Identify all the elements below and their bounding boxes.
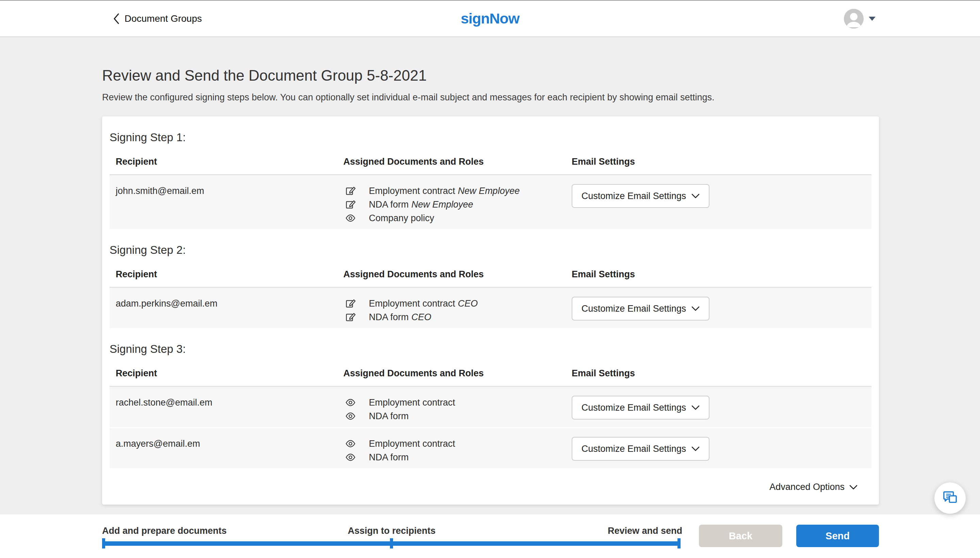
chevron-down-icon xyxy=(691,446,699,451)
recipient-email: adam.perkins@email.em xyxy=(116,299,217,309)
progress-step-review-and-send: Review and send xyxy=(608,526,682,536)
signing-step-section: Signing Step 3: Recipient Assigned Docum… xyxy=(110,328,872,468)
document-name: NDA form xyxy=(369,452,409,463)
document-item: Company policy xyxy=(343,211,572,225)
chat-bubbles-icon xyxy=(942,490,958,506)
customize-email-settings-button[interactable]: Customize Email Settings xyxy=(572,396,709,420)
table-header-row: Recipient Assigned Documents and Roles E… xyxy=(110,268,872,288)
page-title: Review and Send the Document Group 5-8-2… xyxy=(102,67,427,84)
page-body: Review and Send the Document Group 5-8-2… xyxy=(0,37,980,514)
document-role: New Employee xyxy=(458,186,520,196)
document-item: NDA form xyxy=(343,409,572,423)
chevron-down-icon xyxy=(849,485,857,490)
customize-email-settings-button[interactable]: Customize Email Settings xyxy=(572,437,709,461)
assigned-documents-list: Employment contractCEONDA formCEO xyxy=(343,297,572,324)
footer-bar: Add and prepare documents Assign to reci… xyxy=(0,514,980,558)
table-rows: john.smith@email.em Employment contractN… xyxy=(110,175,872,229)
document-name: Employment contract xyxy=(369,186,455,196)
signing-step-title: Signing Step 3: xyxy=(110,341,872,356)
back-link-label: Document Groups xyxy=(125,13,202,24)
column-header-recipient: Recipient xyxy=(110,368,343,379)
chevron-down-icon xyxy=(691,194,699,199)
column-header-email-settings: Email Settings xyxy=(572,156,872,167)
support-chat-button[interactable] xyxy=(934,483,966,514)
progress-tick-middle xyxy=(390,538,393,548)
table-header-row: Recipient Assigned Documents and Roles E… xyxy=(110,368,872,387)
top-bar: Document Groups signNow xyxy=(0,0,980,37)
chevron-down-icon xyxy=(691,405,699,410)
document-name: NDA form xyxy=(369,312,409,323)
advanced-options-toggle[interactable]: Advanced Options xyxy=(110,482,872,492)
signing-step-section: Signing Step 1: Recipient Assigned Docum… xyxy=(110,117,872,229)
eye-icon xyxy=(345,438,356,449)
back-to-document-groups-link[interactable]: Document Groups xyxy=(113,1,202,36)
document-name: NDA form xyxy=(369,411,409,422)
customize-email-settings-button[interactable]: Customize Email Settings xyxy=(572,297,709,320)
user-avatar-icon[interactable] xyxy=(844,9,863,29)
document-name: Employment contract xyxy=(369,438,455,449)
eye-icon xyxy=(345,452,356,463)
customize-email-settings-button[interactable]: Customize Email Settings xyxy=(572,184,709,208)
progress-tick-end xyxy=(678,538,681,548)
caret-down-icon[interactable] xyxy=(868,16,876,21)
advanced-options-label: Advanced Options xyxy=(769,482,845,492)
document-item: Employment contractCEO xyxy=(343,297,572,310)
chevron-left-icon xyxy=(113,13,120,25)
column-header-documents: Assigned Documents and Roles xyxy=(343,268,572,280)
edit-icon xyxy=(345,199,356,210)
assigned-documents-list: Employment contractNDA form xyxy=(343,437,572,464)
column-header-recipient: Recipient xyxy=(110,156,343,167)
column-header-documents: Assigned Documents and Roles xyxy=(343,368,572,379)
document-item: Employment contract xyxy=(343,396,572,409)
signing-steps-card: Signing Step 1: Recipient Assigned Docum… xyxy=(102,117,879,505)
document-role: CEO xyxy=(411,312,432,323)
progress-step-assign-to-recipients: Assign to recipients xyxy=(348,526,435,536)
document-role: New Employee xyxy=(411,199,473,210)
table-row: a.mayers@email.em Employment contractNDA… xyxy=(110,427,872,468)
table-row: adam.perkins@email.em Employment contrac… xyxy=(110,288,872,328)
document-name: Company policy xyxy=(369,213,434,223)
document-item: NDA form xyxy=(343,450,572,464)
send-button[interactable]: Send xyxy=(796,525,879,547)
chevron-down-icon xyxy=(691,306,699,311)
assigned-documents-list: Employment contractNew EmployeeNDA formN… xyxy=(343,184,572,225)
recipient-email: john.smith@email.em xyxy=(116,186,204,196)
signing-step-title: Signing Step 1: xyxy=(110,130,872,145)
document-name: Employment contract xyxy=(369,397,455,408)
eye-icon xyxy=(345,411,356,422)
document-name: Employment contract xyxy=(369,299,455,309)
document-name: NDA form xyxy=(369,199,409,210)
customize-email-settings-label: Customize Email Settings xyxy=(581,304,686,314)
document-item: Employment contract xyxy=(343,437,572,450)
column-header-recipient: Recipient xyxy=(110,268,343,280)
table-rows: rachel.stone@email.em Employment contrac… xyxy=(110,387,872,468)
edit-icon xyxy=(345,312,356,323)
signing-step-section: Signing Step 2: Recipient Assigned Docum… xyxy=(110,229,872,328)
eye-icon xyxy=(345,213,356,223)
document-item: Employment contractNew Employee xyxy=(343,184,572,198)
document-item: NDA formNew Employee xyxy=(343,198,572,211)
page-subtitle: Review the configured signing steps belo… xyxy=(102,92,714,103)
back-button[interactable]: Back xyxy=(699,525,782,547)
assigned-documents-list: Employment contractNDA form xyxy=(343,396,572,423)
recipient-email: rachel.stone@email.em xyxy=(116,397,212,408)
signing-steps: Signing Step 1: Recipient Assigned Docum… xyxy=(110,117,872,468)
customize-email-settings-label: Customize Email Settings xyxy=(581,191,686,202)
customize-email-settings-label: Customize Email Settings xyxy=(581,444,686,454)
progress-step-add-and-prepare: Add and prepare documents xyxy=(102,526,227,536)
table-rows: adam.perkins@email.em Employment contrac… xyxy=(110,288,872,328)
table-row: rachel.stone@email.em Employment contrac… xyxy=(110,387,872,427)
eye-icon xyxy=(345,397,356,408)
account-menu[interactable] xyxy=(844,1,876,36)
customize-email-settings-label: Customize Email Settings xyxy=(581,402,686,413)
document-role: CEO xyxy=(458,299,478,309)
recipient-email: a.mayers@email.em xyxy=(116,438,200,449)
signnow-logo: signNow xyxy=(461,1,519,36)
column-header-email-settings: Email Settings xyxy=(572,368,872,379)
signing-step-title: Signing Step 2: xyxy=(110,243,872,258)
progress-tick-start xyxy=(102,538,105,548)
table-header-row: Recipient Assigned Documents and Roles E… xyxy=(110,156,872,175)
table-row: john.smith@email.em Employment contractN… xyxy=(110,175,872,229)
column-header-documents: Assigned Documents and Roles xyxy=(343,156,572,167)
edit-icon xyxy=(345,185,356,196)
